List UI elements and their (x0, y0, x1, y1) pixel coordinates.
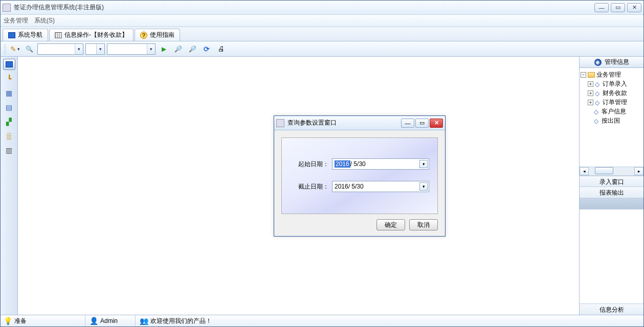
main-window: 签证办理信息管理系统(非注册版) — ▭ ✕ 业务管理 系统(S) 系统导航 信… (0, 0, 644, 327)
menu-business[interactable]: 业务管理 (4, 16, 28, 25)
left-toolbar: ┗ (1, 57, 18, 315)
lv-pile-button[interactable] (3, 130, 15, 142)
tab-input-window[interactable]: 录入窗口 (580, 176, 643, 187)
right-panel-title: 管理信息 (605, 58, 629, 66)
tree-item-label: 客户信息 (602, 107, 626, 116)
scroll-thumb[interactable] (595, 167, 613, 174)
edit-dropdown-button[interactable] (9, 43, 21, 55)
right-panel-spacer (580, 209, 643, 304)
lv-view-button[interactable] (3, 59, 15, 70)
expand-icon[interactable]: + (588, 81, 593, 87)
search-button[interactable] (23, 43, 35, 55)
scroll-track[interactable] (589, 167, 634, 175)
refresh-button[interactable] (201, 43, 213, 55)
lv-list-button[interactable] (3, 102, 15, 113)
tree-item[interactable]: ◇ 客户信息 (581, 107, 642, 116)
print-button[interactable] (215, 43, 227, 55)
calendar-dropdown-icon[interactable]: ▾ (419, 182, 428, 191)
end-date-input[interactable]: 2016/ 5/30 ▾ (332, 181, 429, 192)
app-icon (3, 4, 11, 12)
dialog-panel: 起始日期： 2016/ 5/30 ▾ 截止日期： 2016/ 5/30 ▾ (281, 137, 438, 214)
tab-label: 使用指南 (150, 31, 174, 39)
lv-bin-button[interactable] (3, 145, 15, 156)
tree-item-label: 订单录入 (603, 80, 627, 88)
dialog-maximize-button[interactable]: ▭ (415, 119, 429, 128)
bulb-icon (4, 317, 12, 325)
tree-item-label: 财务收款 (603, 89, 627, 98)
collapse-icon[interactable]: − (581, 72, 586, 78)
toolbar: ▾ ▾ ▾ (1, 41, 643, 57)
tab-selected-blank[interactable] (580, 198, 643, 209)
find-button-1[interactable] (172, 43, 184, 55)
start-year-selected: 2016 (335, 160, 350, 168)
user-icon (90, 317, 98, 325)
combo-1[interactable]: ▾ (37, 43, 83, 55)
scroll-right-button[interactable]: ▸ (634, 167, 643, 175)
end-date-value: 2016/ 5/30 (335, 183, 364, 190)
start-date-row: 起始日期： 2016/ 5/30 ▾ (290, 158, 429, 170)
leaf-icon: ◇ (594, 108, 600, 114)
tab-report-output[interactable]: 报表输出 (580, 187, 643, 198)
square-icon (6, 61, 13, 67)
lv-card-button[interactable] (3, 87, 15, 99)
status-ready: 准备 (14, 317, 27, 325)
find-button-2[interactable] (186, 43, 198, 55)
combo-2[interactable]: ▾ (85, 43, 105, 55)
main-titlebar: 签证办理信息管理系统(非注册版) — ▭ ✕ (1, 1, 643, 15)
tree-root-label: 业务管理 (596, 71, 621, 79)
status-user: Admin (100, 317, 118, 324)
expand-icon[interactable]: + (588, 100, 593, 105)
lv-chart-button[interactable] (3, 116, 15, 127)
grid-icon (55, 32, 62, 38)
tree-item[interactable]: + ◇ 订单录入 (581, 79, 642, 88)
close-button[interactable]: ✕ (627, 3, 641, 12)
tab-system-nav[interactable]: 系统导航 (3, 29, 48, 41)
nav-tree: − 业务管理 + ◇ 订单录入 + ◇ 财务收款 + ◇ 订单管理 (580, 68, 643, 167)
end-date-label: 截止日期： (290, 182, 329, 191)
tree-item[interactable]: + ◇ 订单管理 (581, 98, 642, 107)
tab-label: 系统导航 (18, 31, 42, 39)
tree-item-label: 按出国 (602, 116, 620, 125)
right-panel: ◉ 管理信息 − 业务管理 + ◇ 订单录入 + ◇ 财务收款 (579, 57, 643, 315)
query-params-dialog: 查询参数设置窗口 — ▭ ✕ 起始日期： 2016/ 5/30 ▾ 截止日期： (274, 115, 446, 237)
run-button[interactable] (158, 43, 170, 55)
dialog-body: 起始日期： 2016/ 5/30 ▾ 截止日期： 2016/ 5/30 ▾ 确定 (274, 130, 445, 238)
right-panel-header: ◉ 管理信息 (580, 57, 643, 68)
tab-info-operation[interactable]: 信息操作-【财务收款】 (49, 29, 134, 41)
tree-root[interactable]: − 业务管理 (581, 70, 642, 79)
start-date-rest: / 5/30 (350, 160, 366, 168)
dialog-close-button[interactable]: ✕ (430, 119, 443, 128)
tab-label: 信息操作-【财务收款】 (64, 31, 128, 39)
lv-tree-button[interactable]: ┗ (3, 73, 15, 84)
dialog-titlebar[interactable]: 查询参数设置窗口 — ▭ ✕ (274, 116, 445, 130)
dialog-buttons: 确定 取消 (281, 219, 438, 230)
calendar-dropdown-icon[interactable]: ▾ (419, 160, 428, 168)
tab-info-analysis[interactable]: 信息分析 (580, 303, 643, 315)
scroll-left-button[interactable]: ◂ (580, 167, 589, 175)
help-icon: ? (140, 32, 147, 39)
cancel-button[interactable]: 取消 (409, 219, 438, 230)
start-date-input[interactable]: 2016/ 5/30 ▾ (332, 158, 429, 170)
nav-icon (8, 32, 15, 38)
users-icon (140, 317, 148, 325)
tab-help-guide[interactable]: ? 使用指南 (135, 29, 180, 41)
dialog-icon (276, 119, 284, 127)
combo-3[interactable]: ▾ (107, 43, 156, 55)
end-date-row: 截止日期： 2016/ 5/30 ▾ (290, 181, 429, 192)
maximize-button[interactable]: ▭ (611, 3, 625, 12)
leaf-icon: ◇ (595, 90, 601, 96)
tree-item[interactable]: + ◇ 财务收款 (581, 88, 642, 98)
leaf-icon: ◇ (595, 99, 601, 105)
minimize-button[interactable]: — (594, 3, 609, 12)
menu-system[interactable]: 系统(S) (34, 16, 55, 25)
dialog-title: 查询参数设置窗口 (287, 119, 401, 127)
ok-button[interactable]: 确定 (376, 219, 405, 230)
dialog-minimize-button[interactable]: — (401, 119, 414, 128)
start-date-label: 起始日期： (290, 160, 329, 169)
menubar: 业务管理 系统(S) (1, 15, 643, 27)
app-title: 签证办理信息管理系统(非注册版) (14, 3, 594, 12)
leaf-icon: ◇ (594, 118, 600, 124)
expand-icon[interactable]: + (588, 90, 593, 96)
tree-item[interactable]: ◇ 按出国 (581, 116, 642, 125)
tree-hscrollbar[interactable]: ◂ ▸ (580, 167, 643, 176)
